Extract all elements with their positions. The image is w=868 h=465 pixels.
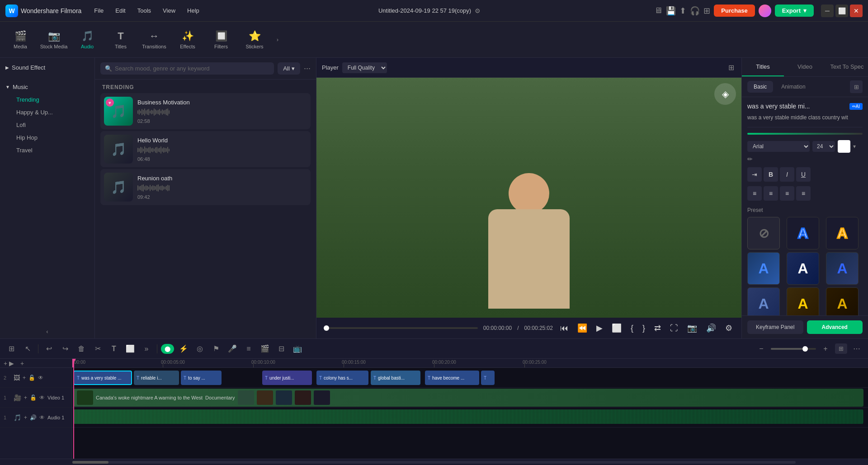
preset-gold-gradient[interactable]: A	[787, 287, 819, 315]
grid-view-button[interactable]: ⊞	[835, 343, 847, 354]
text-insert-button[interactable]: T	[107, 342, 121, 356]
minimize-button[interactable]: ─	[821, 5, 834, 17]
purchase-button[interactable]: Purchase	[714, 5, 755, 17]
stop-button[interactable]: ⬜	[610, 321, 623, 335]
track-lock-button-v1[interactable]: 🔓	[30, 395, 37, 401]
fullscreen-button[interactable]: ⛶	[668, 322, 680, 335]
settings-button[interactable]: ⚙	[723, 321, 734, 335]
preset-outline-gold[interactable]: A	[826, 287, 859, 315]
select-button[interactable]: ↖	[21, 342, 34, 356]
fullscreen-icon-button[interactable]: ⊞	[726, 61, 736, 74]
keyframe-panel-button[interactable]: Keyframe Panel	[747, 320, 803, 334]
video-track-content[interactable]: Canada's woke nightmare A warning to the…	[73, 389, 863, 407]
text-color-swatch[interactable]	[838, 140, 850, 153]
caption-block-4[interactable]: T colony has s...	[316, 371, 368, 385]
advanced-button[interactable]: Advanced	[807, 320, 863, 334]
caption-block-7[interactable]: T	[481, 371, 495, 385]
sidebar-item-hiphop[interactable]: Hip Hop	[11, 132, 93, 144]
settings-icon-button[interactable]: ⋯	[850, 342, 863, 356]
mark-out-button[interactable]: }	[641, 322, 647, 335]
user-avatar[interactable]	[759, 5, 771, 17]
caption-block-0[interactable]: T was a very stable ...	[73, 371, 132, 385]
scene-button[interactable]: 🎬	[258, 342, 272, 356]
tool-effects[interactable]: ✨ Effects	[172, 24, 203, 56]
tab-titles[interactable]: Titles	[742, 58, 784, 76]
delete-button[interactable]: 🗑	[75, 342, 88, 356]
scrollbar-thumb[interactable]	[72, 461, 108, 464]
voiceover-button[interactable]: 🎤	[226, 342, 239, 356]
sound-effect-header[interactable]: ▶ Sound Effect	[0, 61, 94, 74]
scene-detect-button[interactable]: ◎	[193, 342, 207, 356]
align-left-button[interactable]: ≡	[747, 186, 762, 201]
play-button[interactable]: ▶	[594, 321, 604, 335]
caption-block-6[interactable]: T have become ...	[425, 371, 479, 385]
music-track-3[interactable]: 🎵 Reunion oath	[100, 169, 311, 205]
search-input[interactable]	[115, 65, 269, 72]
menu-view[interactable]: View	[157, 5, 181, 16]
preset-stroke-gold[interactable]: A	[826, 217, 859, 249]
close-button[interactable]: ✕	[850, 5, 863, 17]
redo-button[interactable]: ↪	[58, 342, 72, 356]
caption-block-1[interactable]: T reliable i...	[134, 371, 179, 385]
split-screen-button[interactable]: ⊟	[274, 342, 288, 356]
horizontal-scrollbar[interactable]	[0, 459, 868, 465]
mark-in-button[interactable]: {	[629, 322, 635, 335]
export-button[interactable]: Export ▾	[775, 5, 814, 17]
sort-button[interactable]: ≡	[242, 342, 255, 356]
caption-block-5[interactable]: T global basti...	[371, 371, 420, 385]
volume-button[interactable]: 🔊	[704, 321, 718, 335]
sub-tab-animation[interactable]: Animation	[775, 81, 811, 93]
tool-audio[interactable]: 🎵 Audio	[71, 24, 103, 56]
menu-file[interactable]: File	[89, 5, 109, 16]
more-tools-button[interactable]: »	[140, 342, 153, 356]
ai-cut-button[interactable]: ⚡	[177, 342, 190, 356]
preset-stroke-blue[interactable]: A	[787, 217, 819, 249]
frame-back-button[interactable]: ⏪	[576, 321, 589, 335]
marker-button[interactable]: ⚑	[209, 342, 223, 356]
bold-button[interactable]: B	[764, 167, 778, 182]
menu-tools[interactable]: Tools	[132, 5, 156, 16]
track-vis-button-a1[interactable]: 👁	[39, 414, 45, 421]
sidebar-item-travel[interactable]: Travel	[11, 144, 93, 156]
filter-button[interactable]: All ▾	[278, 62, 300, 75]
multicam-button[interactable]: 📺	[291, 342, 304, 356]
add-video-track-button[interactable]: + ▶	[4, 360, 14, 367]
underline-button[interactable]: U	[796, 167, 811, 182]
preset-gradient-blue[interactable]: A	[747, 252, 780, 285]
tool-titles[interactable]: T Titles	[105, 24, 137, 56]
zoom-in-button[interactable]: +	[819, 342, 832, 356]
opacity-slider[interactable]	[747, 133, 863, 135]
preset-outline-blue[interactable]: A	[787, 252, 819, 285]
track-vis-button-2[interactable]: 👁	[38, 375, 43, 381]
font-family-select[interactable]: Arial Helvetica Times New Roman	[747, 141, 810, 152]
track-add-button-a1[interactable]: +	[24, 414, 27, 421]
caption-block-3[interactable]: T under justi...	[262, 371, 312, 385]
align-right-button[interactable]: ≡	[780, 186, 794, 201]
music-track-1[interactable]: 🎵 ♥ Business Motivation	[100, 93, 311, 129]
italic-button[interactable]: I	[780, 167, 794, 182]
active-track-indicator[interactable]: ⬤	[161, 344, 174, 354]
playhead[interactable]	[72, 359, 73, 367]
more-options-button[interactable]: ···	[304, 64, 311, 73]
sub-tab-basic[interactable]: Basic	[747, 81, 773, 93]
panel-collapse-button[interactable]: ‹	[0, 324, 94, 338]
group-button[interactable]: ⊞	[5, 342, 18, 356]
tab-video[interactable]: Video	[784, 58, 826, 76]
menu-help[interactable]: Help	[182, 5, 205, 16]
toolbar-more-button[interactable]: ›	[272, 34, 283, 45]
tool-media[interactable]: 🎬 Media	[5, 24, 36, 56]
preset-none[interactable]	[747, 217, 780, 249]
sidebar-item-lofi[interactable]: Lofi	[11, 119, 93, 131]
tool-stickers[interactable]: ⭐ Stickers	[239, 24, 270, 56]
zoom-out-button[interactable]: −	[755, 342, 768, 356]
layout-icon-button[interactable]: ⊞	[850, 80, 863, 93]
track-mute-button-a1[interactable]: 🔊	[30, 414, 37, 421]
track-lock-button-2[interactable]: 🔓	[28, 375, 35, 381]
snapshot-button[interactable]: 📷	[685, 321, 699, 335]
crop-button[interactable]: ⬜	[123, 342, 137, 356]
undo-button[interactable]: ↩	[42, 342, 56, 356]
tool-transitions[interactable]: ↔ Transitions	[138, 24, 170, 56]
playback-timeline[interactable]	[324, 327, 478, 329]
track-add-button-2[interactable]: +	[23, 375, 26, 381]
preset-filled-dark[interactable]: A	[747, 287, 780, 315]
